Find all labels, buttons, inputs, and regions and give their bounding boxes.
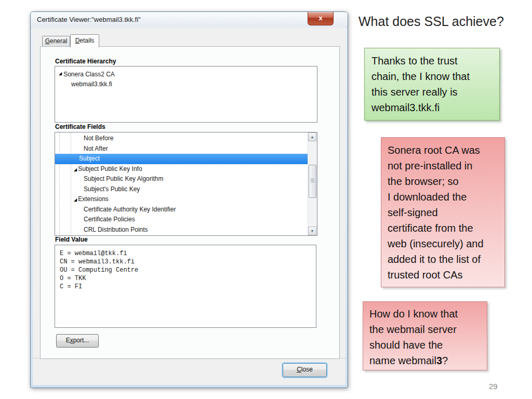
window-close-button[interactable]: x (308, 12, 334, 25)
hierarchy-root-label: Sonera Class2 CA (63, 71, 115, 78)
hierarchy-item-root[interactable]: ◢ Sonera Class2 CA (55, 66, 317, 79)
field-value-line: E = webmail@tkk.fi (60, 249, 316, 258)
certificate-hierarchy-list: ◢ Sonera Class2 CA webmail3.tkk.fi (55, 66, 317, 123)
scrollbar-thumb[interactable] (309, 165, 316, 198)
scrollbar-up-button[interactable]: ▲ (308, 132, 316, 141)
certificate-field-row-selected[interactable]: Subject (55, 154, 308, 164)
tab-details[interactable]: Details (70, 34, 99, 47)
certificate-field-row[interactable]: Subject Public Key Algorithm (55, 174, 308, 184)
certificate-field-row[interactable]: CRL Distribution Points (55, 225, 308, 235)
certificate-fields-label: Certificate Fields (55, 123, 105, 130)
scroll-up-icon: ▲ (311, 135, 314, 139)
callout-webmail-name: How do I know that the webmail server sh… (363, 301, 487, 370)
window-title: Certificate Viewer:"webmail3.tkk.fi" (37, 16, 141, 23)
tab-general-label: G (45, 37, 50, 45)
window-titlebar[interactable]: Certificate Viewer:"webmail3.tkk.fi" (31, 12, 348, 28)
certificate-hierarchy-label: Certificate Hierarchy (55, 58, 116, 65)
dialog-body: General Details Certificate Hierarchy ◢ … (33, 28, 345, 385)
details-tab-panel: Certificate Hierarchy ◢ Sonera Class2 CA… (40, 46, 340, 359)
tab-general[interactable]: General (42, 36, 70, 47)
expand-icon[interactable]: ◢ (74, 197, 77, 202)
slide-title: What does SSL achieve? (358, 14, 504, 29)
certificate-field-row[interactable]: Certificate Policies (55, 215, 308, 225)
field-value-line: CN = webmail3.tkk.fi (60, 258, 316, 266)
close-button[interactable]: Close (283, 363, 327, 377)
field-value-line: O = TKK (60, 274, 316, 283)
scroll-down-icon: ▼ (311, 229, 314, 233)
hierarchy-child-label: webmail3.tkk.fi (71, 81, 112, 88)
vertical-scrollbar[interactable]: ▲ ▼ (308, 132, 317, 235)
field-value-line: OU = Computing Centre (60, 266, 316, 274)
field-value-label: Field Value (55, 236, 88, 243)
expand-icon[interactable]: ◢ (59, 71, 62, 76)
export-button[interactable]: Export... (56, 334, 99, 348)
certificate-fields-list: Not Before Not After Subject ◢Subject Pu… (55, 132, 317, 236)
close-icon: x (318, 14, 322, 22)
scrollbar-down-button[interactable]: ▼ (308, 227, 316, 235)
callout-root-ca: Sonera root CA was not pre-installed in … (381, 137, 505, 287)
certificate-field-row[interactable]: ◢Subject Public Key Info (55, 164, 308, 175)
certificate-field-row[interactable]: ◢Extensions (55, 194, 308, 205)
hierarchy-item-child[interactable]: webmail3.tkk.fi (55, 79, 317, 89)
field-value-line: C = FI (60, 283, 316, 291)
callout-trust-chain: Thanks to the trust chain, the I know th… (364, 48, 500, 121)
expand-icon[interactable]: ◢ (74, 167, 77, 172)
certificate-viewer-window: Certificate Viewer:"webmail3.tkk.fi" x G… (30, 11, 348, 388)
certificate-field-row[interactable]: Subject's Public Key (55, 184, 308, 195)
page-number: 29 (489, 382, 498, 391)
field-value-box: E = webmail@tkk.fi CN = webmail3.tkk.fi … (55, 245, 316, 328)
certificate-field-row[interactable]: Certificate Authority Key Identifier (55, 205, 308, 215)
certificate-field-row[interactable]: Not Before (55, 134, 308, 144)
certificate-field-row[interactable]: Not After (55, 144, 308, 154)
